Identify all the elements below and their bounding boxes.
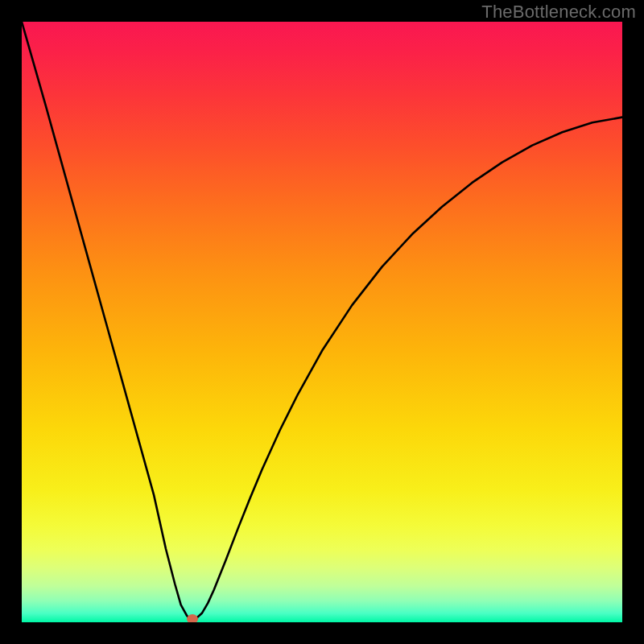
bottleneck-curve — [22, 22, 622, 619]
watermark-text: TheBottleneck.com — [481, 2, 636, 23]
plot-area — [22, 22, 622, 622]
optimal-point-marker — [187, 614, 198, 622]
curve-layer — [22, 22, 622, 622]
chart-frame: TheBottleneck.com — [0, 0, 644, 644]
